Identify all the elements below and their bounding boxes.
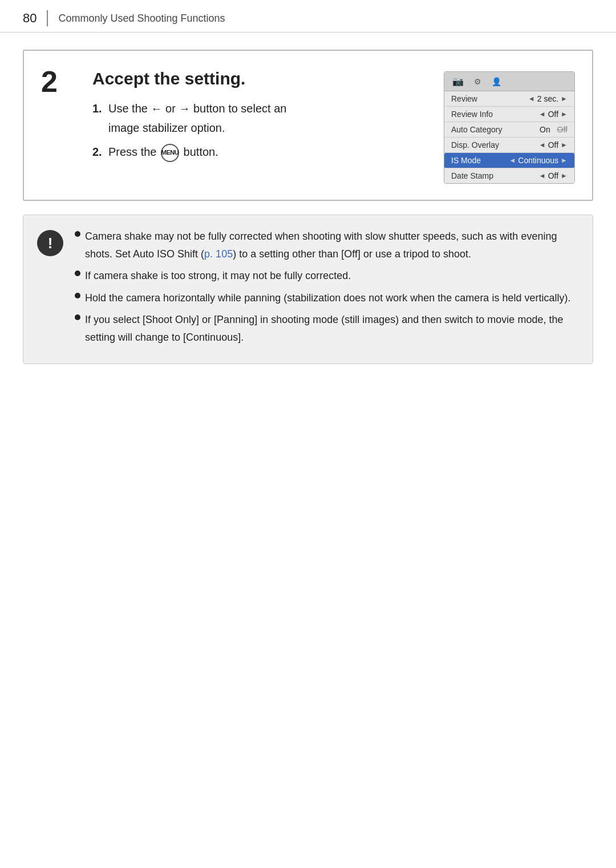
section-title: Accept the setting.	[92, 69, 427, 88]
bullet-dot-4	[75, 314, 80, 320]
cam-value-auto-category: On Off	[540, 125, 568, 134]
cam-row-auto-category: Auto Category On Off	[444, 122, 574, 138]
or-text: or	[165, 102, 176, 115]
disp-overlay-left-arrow: ◄	[539, 141, 546, 149]
section-number: 2	[41, 67, 58, 96]
note-bullet-4: If you select [Shoot Only] or [Panning] …	[75, 311, 576, 346]
page-header: 80 Commonly Used Shooting Functions	[0, 0, 616, 33]
review-right-arrow: ►	[561, 95, 568, 103]
bullet-dot-3	[75, 293, 80, 298]
cam-value-disp-overlay: ◄ Off ►	[539, 140, 568, 150]
step1-line2: image stabilizer option.	[108, 122, 225, 134]
cam-value-date-stamp: ◄ Off ►	[539, 171, 568, 180]
cam-label-date-stamp: Date Stamp	[451, 171, 493, 180]
bullet-dot-1	[75, 231, 80, 237]
note-text-2: If camera shake is too strong, it may no…	[85, 267, 351, 285]
menu-button[interactable]: MENU	[161, 144, 179, 162]
cam-row-review: Review ◄ 2 sec. ►	[444, 91, 574, 107]
note-section: ! Camera shake may not be fully correcte…	[23, 215, 593, 364]
note-content: Camera shake may not be fully corrected …	[75, 228, 576, 351]
camera-panel: 📷 ⚙ 👤 Review ◄ 2 sec. ► Review Info ◄ Of…	[444, 71, 575, 184]
cam-value-is-mode: ◄ Continuous ►	[509, 156, 568, 165]
review-info-left-arrow: ◄	[539, 110, 546, 118]
date-stamp-left-arrow: ◄	[539, 172, 546, 180]
settings-icon: ⚙	[474, 77, 481, 86]
note-bullet-1: Camera shake may not be fully corrected …	[75, 228, 576, 263]
date-stamp-value: Off	[548, 171, 558, 180]
date-stamp-right-arrow: ►	[561, 172, 568, 180]
cam-row-disp-overlay: Disp. Overlay ◄ Off ►	[444, 138, 574, 153]
auto-category-on: On	[540, 125, 550, 134]
camera-panel-rows: Review ◄ 2 sec. ► Review Info ◄ Off ► Au…	[444, 91, 574, 183]
note-text-3: Hold the camera horizontally while panni…	[85, 289, 570, 307]
review-info-value: Off	[548, 110, 558, 119]
cam-label-disp-overlay: Disp. Overlay	[451, 140, 499, 150]
bullet-dot-2	[75, 271, 80, 276]
step1-text: Use the ← or → button to select an image…	[108, 99, 286, 138]
disp-overlay-right-arrow: ►	[561, 141, 568, 149]
step2-label: 2.	[92, 142, 105, 162]
cam-label-is-mode: IS Mode	[451, 156, 481, 165]
cam-value-review-info: ◄ Off ►	[539, 110, 568, 119]
note-bullet-2: If camera shake is too strong, it may no…	[75, 267, 576, 285]
review-info-right-arrow: ►	[561, 110, 568, 118]
note-link-1[interactable]: p. 105	[204, 248, 233, 260]
section-number-block: 2	[41, 67, 75, 96]
header-divider	[47, 10, 48, 26]
warning-icon-symbol: !	[48, 236, 53, 251]
note-bullet-3: Hold the camera horizontally while panni…	[75, 289, 576, 307]
is-mode-right-arrow: ►	[561, 156, 568, 164]
instructions: 1. Use the ← or → button to select an im…	[92, 99, 427, 162]
cam-row-review-info: Review Info ◄ Off ►	[444, 107, 574, 122]
cam-row-is-mode: IS Mode ◄ Continuous ►	[444, 153, 574, 168]
camera-icon: 📷	[452, 76, 464, 87]
camera-panel-header: 📷 ⚙ 👤	[444, 72, 574, 91]
is-mode-value: Continuous	[518, 156, 558, 165]
step2-text: Press the MENU button.	[108, 142, 218, 162]
page-subtitle: Commonly Used Shooting Functions	[58, 13, 225, 25]
note-text-4: If you select [Shoot Only] or [Panning] …	[85, 311, 576, 346]
cam-label-review-info: Review Info	[451, 110, 493, 119]
cam-value-review: ◄ 2 sec. ►	[528, 94, 568, 103]
cam-row-date-stamp: Date Stamp ◄ Off ►	[444, 168, 574, 183]
is-mode-left-arrow: ◄	[509, 156, 516, 164]
note-text-1: Camera shake may not be fully corrected …	[85, 228, 576, 263]
cam-label-auto-category: Auto Category	[451, 125, 502, 134]
cam-label-review: Review	[451, 94, 477, 103]
disp-overlay-value: Off	[548, 140, 558, 150]
page-number: 80	[23, 11, 37, 26]
step1-label: 1.	[92, 99, 105, 118]
review-value: 2 sec.	[537, 94, 558, 103]
right-arrow-symbol: →	[179, 102, 190, 115]
auto-category-off: Off	[557, 125, 568, 134]
left-arrow-symbol: ←	[151, 102, 162, 115]
section-content: Accept the setting. 1. Use the ← or → bu…	[92, 67, 427, 167]
step-2: 2. Press the MENU button.	[92, 142, 427, 162]
warning-icon: !	[37, 230, 63, 256]
main-section: 2 Accept the setting. 1. Use the ← or → …	[23, 50, 593, 201]
step-1: 1. Use the ← or → button to select an im…	[92, 99, 427, 138]
person-icon: 👤	[492, 77, 501, 86]
review-left-arrow: ◄	[528, 95, 535, 103]
